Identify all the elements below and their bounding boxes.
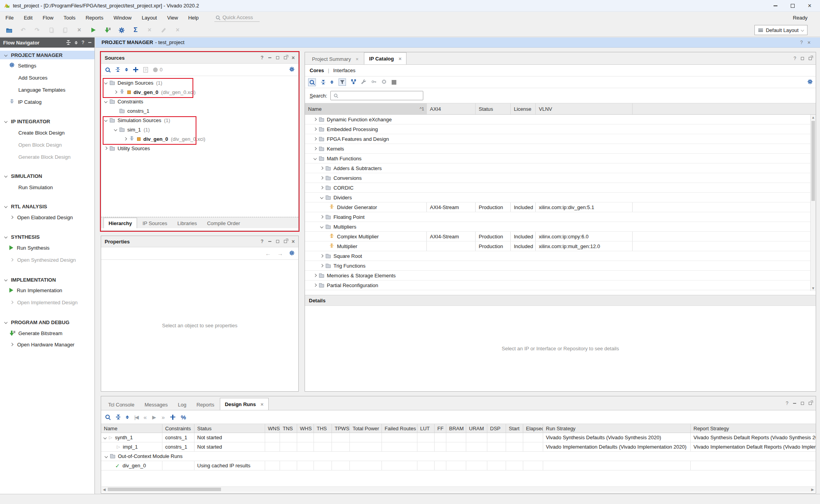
flow-item-ip-catalog[interactable]: IP Catalog	[0, 98, 94, 106]
chevron-right-icon[interactable]	[320, 215, 323, 218]
tab-libraries[interactable]: Libraries	[173, 218, 201, 228]
close-tab-icon[interactable]: ×	[260, 401, 264, 407]
chevron-right-icon[interactable]	[320, 167, 323, 170]
ip-category-row[interactable]: Trig Functions	[305, 261, 816, 271]
close-tab-icon[interactable]: ×	[399, 56, 402, 62]
ip-category-row[interactable]: Dynamic Function eXchange	[305, 115, 816, 124]
float-panel-icon[interactable]	[809, 402, 812, 405]
add-sources-icon[interactable]	[133, 67, 138, 72]
delete-icon[interactable]: ×	[75, 26, 84, 34]
tree-row-utility-sources[interactable]: Utility Sources	[101, 144, 298, 153]
column-name[interactable]: Name ^1	[305, 103, 427, 114]
flow-item-open-elaborated-design[interactable]: Open Elaborated Design	[0, 213, 94, 222]
tree-row-simulation-sources[interactable]: Simulation Sources (1)	[101, 115, 298, 125]
tab-tcl-console[interactable]: Tcl Console	[103, 399, 139, 410]
close-panel-icon[interactable]: ×	[292, 240, 295, 243]
ip-core-row[interactable]: Divider Generator AXI4-Stream Production…	[305, 202, 816, 212]
gear-icon[interactable]	[289, 250, 294, 257]
add-ip-hierarchy-icon[interactable]	[351, 79, 356, 85]
close-tab-icon[interactable]: ×	[356, 56, 359, 62]
filter-incompatible-icon[interactable]	[339, 78, 346, 86]
create-run-icon[interactable]	[170, 415, 175, 420]
flow-item-run-simulation[interactable]: Run Simulation	[0, 183, 94, 192]
ip-category-row[interactable]: Kernels	[305, 144, 816, 154]
column-failed-routes[interactable]: Failed Routes	[382, 424, 417, 433]
chevron-down-icon[interactable]	[4, 53, 7, 57]
tab-reports[interactable]: Reports	[192, 399, 219, 410]
tree-row-sim-div-gen-0[interactable]: div_gen_0 (div_gen_0.xci)	[101, 134, 298, 144]
expand-all-icon[interactable]	[75, 41, 78, 44]
tree-row-sim-1[interactable]: sim_1 (1)	[101, 125, 298, 134]
tab-ip-catalog[interactable]: IP Catalog×	[364, 52, 406, 64]
ip-category-row[interactable]: Multipliers	[305, 222, 816, 232]
paste-icon[interactable]	[61, 26, 70, 34]
scroll-up-icon[interactable]: ▲	[811, 115, 816, 120]
column-whs[interactable]: WHS	[297, 424, 314, 433]
chevron-down-icon[interactable]	[4, 174, 7, 177]
run-row-div-gen-0[interactable]: ✓div_gen_0 Using cached IP results	[101, 461, 816, 470]
maximize-panel-icon[interactable]	[276, 56, 279, 59]
maximize-button[interactable]	[791, 4, 795, 8]
chevron-down-icon[interactable]	[320, 225, 323, 228]
maximize-panel-icon[interactable]	[801, 402, 804, 405]
menu-file[interactable]: File	[5, 15, 14, 21]
cancel-icon[interactable]: ×	[145, 26, 154, 34]
flow-item-settings[interactable]: Settings	[0, 61, 94, 70]
redo-icon[interactable]: ↷	[33, 26, 41, 34]
tree-row-div-gen-0[interactable]: div_gen_0 (div_gen_0.xci)	[101, 87, 298, 97]
search-input[interactable]	[330, 91, 423, 100]
column-constraints[interactable]: Constraints	[162, 424, 194, 433]
scrollbar-thumb[interactable]	[108, 488, 221, 491]
chevron-down-icon[interactable]	[314, 157, 317, 160]
close-icon[interactable]: ×	[808, 41, 811, 44]
copy-icon[interactable]	[47, 26, 55, 34]
help-icon[interactable]: ?	[260, 239, 263, 244]
flow-item-create-block-design[interactable]: Create Block Design	[0, 128, 94, 137]
collapse-all-icon[interactable]	[116, 67, 120, 72]
flow-item-run-implementation[interactable]: Run Implementation	[0, 286, 94, 295]
flow-item-open-hardware-manager[interactable]: Open Hardware Manager	[0, 340, 94, 349]
flow-item-language-templates[interactable]: Language Templates	[0, 85, 94, 94]
minimize-panel-icon[interactable]	[88, 42, 91, 43]
run-row-impl-1[interactable]: ▷impl_1 constrs_1 Not started Vivado Imp…	[101, 442, 816, 452]
chevron-right-icon[interactable]	[320, 186, 323, 189]
ip-category-row[interactable]: Memories & Storage Elements	[305, 271, 816, 280]
menu-window[interactable]: Window	[114, 15, 132, 21]
column-ff[interactable]: FF	[435, 424, 446, 433]
expand-all-icon[interactable]	[330, 80, 333, 84]
help-icon[interactable]: ?	[260, 55, 263, 60]
column-license[interactable]: License	[511, 103, 536, 114]
tree-row-constrs-1[interactable]: constrs_1	[101, 106, 298, 115]
chevron-down-icon[interactable]	[105, 454, 108, 458]
ip-category-row[interactable]: CORDIC	[305, 183, 816, 193]
chevron-down-icon[interactable]	[4, 120, 7, 123]
float-panel-icon[interactable]	[284, 240, 287, 243]
menu-flow[interactable]: Flow	[43, 15, 53, 21]
ip-category-row[interactable]: Conversions	[305, 173, 816, 183]
ip-core-row[interactable]: Multiplier Production Included xilinx.co…	[305, 241, 816, 251]
skip-to-start-icon[interactable]: |◀	[134, 414, 138, 420]
gear-icon[interactable]	[808, 79, 813, 85]
scroll-down-icon[interactable]: ▼	[811, 286, 816, 291]
tab-hierarchy[interactable]: Hierarchy	[103, 218, 137, 228]
minimize-panel-icon[interactable]	[793, 403, 796, 404]
column-start[interactable]: Start	[506, 424, 523, 433]
chevron-right-icon[interactable]	[314, 118, 317, 121]
scroll-left-icon[interactable]: ◀	[102, 487, 107, 492]
collapse-all-icon[interactable]	[321, 80, 325, 85]
column-elapsed[interactable]: Elapsed	[523, 424, 543, 433]
run-icon[interactable]	[89, 26, 98, 34]
menu-tools[interactable]: Tools	[64, 15, 75, 21]
generate-bitstream-icon[interactable]	[103, 26, 112, 34]
settings-gear-icon[interactable]	[117, 26, 126, 34]
chevron-down-icon[interactable]	[4, 235, 7, 238]
float-panel-icon[interactable]	[809, 57, 812, 60]
close-panel-icon[interactable]: ×	[292, 56, 295, 60]
rewind-icon[interactable]: «	[143, 414, 146, 421]
column-bram[interactable]: BRAM	[446, 424, 466, 433]
chevron-right-icon[interactable]	[320, 264, 323, 267]
flow-item-add-sources[interactable]: Add Sources	[0, 73, 94, 82]
chevron-right-icon[interactable]	[114, 91, 117, 94]
chevron-right-icon[interactable]	[314, 128, 317, 131]
undo-icon[interactable]: ↶	[19, 26, 27, 34]
